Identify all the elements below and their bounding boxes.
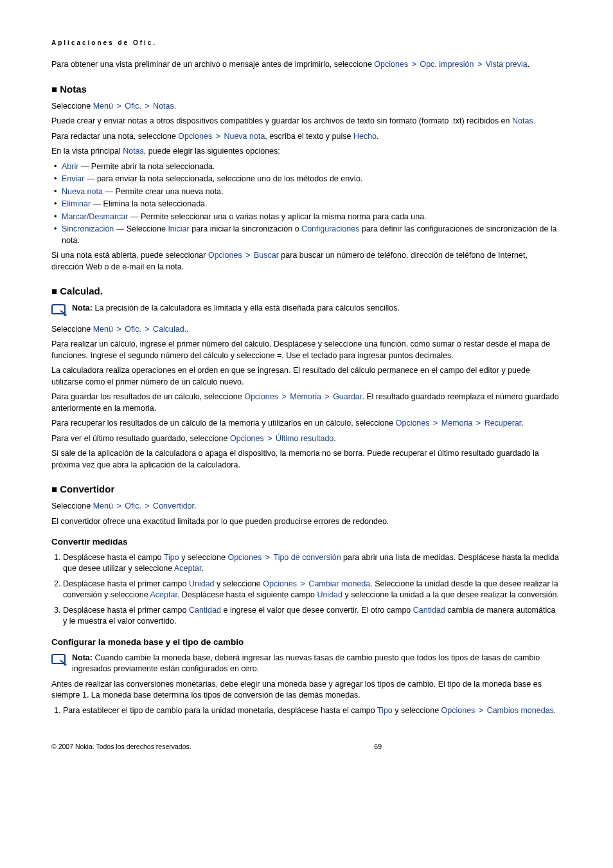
chevron-right-icon: >	[143, 502, 152, 511]
link-iniciar[interactable]: Iniciar	[168, 224, 189, 233]
link-ofic[interactable]: Ofic.	[125, 325, 141, 334]
text: y seleccione la unidad a la que desee re…	[342, 590, 559, 599]
link-opciones[interactable]: Opciones	[244, 392, 278, 401]
option-key[interactable]: Sincronización	[62, 224, 114, 233]
link-aceptar[interactable]: Aceptar	[150, 590, 177, 599]
link-tipo-conversion[interactable]: Tipo de conversión	[273, 553, 341, 562]
link-convertidor[interactable]: Convertidor	[153, 502, 194, 511]
text: , puede elegir las siguientes opciones:	[144, 147, 280, 156]
option-key[interactable]: Nueva nota	[62, 187, 103, 196]
heading-convertidor: Convertidor	[51, 482, 562, 496]
link-hecho[interactable]: Hecho	[353, 132, 377, 141]
text: Seleccione	[51, 325, 93, 334]
notas-p2: Puede crear y enviar notas a otros dispo…	[51, 116, 562, 127]
link-menu[interactable]: Menú	[93, 502, 113, 511]
link-aceptar[interactable]: Aceptar	[174, 564, 201, 573]
text: .	[174, 102, 176, 111]
link-cantidad[interactable]: Cantidad	[413, 606, 445, 615]
note-text: La precisión de la calculadora es limita…	[93, 303, 400, 312]
link-calculad[interactable]: Calculad.	[153, 325, 186, 334]
option-key[interactable]: Marcar/Desmarcar	[62, 212, 129, 221]
chevron-right-icon: >	[280, 392, 289, 401]
step-item: Desplácese hasta el campo Tipo y selecci…	[63, 552, 562, 575]
chevron-right-icon: >	[474, 419, 483, 428]
text: Para obtener una vista preliminar de un …	[51, 60, 374, 69]
option-key[interactable]: Eliminar	[62, 199, 91, 208]
text: Desplácese hasta el primer campo	[63, 606, 189, 615]
text: .	[521, 419, 523, 428]
link-memoria[interactable]: Memoria	[290, 392, 321, 401]
chevron-right-icon: >	[244, 251, 253, 260]
option-key[interactable]: Enviar	[62, 174, 84, 183]
note-text: Cuando cambie la moneda base, deberá ing…	[72, 653, 540, 674]
link-opciones[interactable]: Opciones	[227, 553, 262, 562]
link-ofic[interactable]: Ofic.	[125, 502, 141, 511]
text: .	[194, 502, 196, 511]
link-ultimo-resultado[interactable]: Último resultado	[276, 434, 333, 443]
link-menu[interactable]: Menú	[93, 325, 113, 334]
link-unidad[interactable]: Unidad	[317, 590, 342, 599]
note-label: Nota:	[72, 653, 93, 662]
calc-p1: Para realizar un cálculo, ingrese el pri…	[51, 339, 562, 361]
chevron-right-icon: >	[263, 553, 272, 562]
list-item: Enviar — para enviar la nota seleccionad…	[54, 174, 562, 185]
link-ofic[interactable]: Ofic.	[125, 102, 141, 111]
link-tipo[interactable]: Tipo	[164, 553, 179, 562]
chevron-right-icon: >	[213, 132, 222, 141]
copyright: © 2007 Nokia. Todos los derechos reserva…	[51, 742, 191, 752]
note-icon	[51, 653, 68, 670]
option-text: — Permite seleccionar una o varias notas…	[129, 212, 427, 221]
text: .	[377, 132, 378, 141]
link-unidad[interactable]: Unidad	[189, 579, 215, 588]
text: y seleccione	[215, 579, 263, 588]
text: Para redactar una nota, seleccione	[51, 132, 178, 141]
calc-p2: La calculadora realiza operaciones en el…	[51, 365, 562, 388]
link-cantidad[interactable]: Cantidad	[189, 606, 221, 615]
text: e ingrese el valor que desee convertir. …	[221, 606, 413, 615]
list-item: Nueva nota — Permite crear una nueva not…	[54, 186, 562, 198]
chevron-right-icon: >	[476, 706, 485, 715]
conv-p2: Antes de realizar las conversiones monet…	[51, 679, 562, 701]
option-key[interactable]: Abrir	[62, 162, 78, 171]
text: .	[554, 706, 556, 715]
link-opciones[interactable]: Opciones	[441, 706, 475, 715]
link-menu[interactable]: Menú	[93, 102, 113, 111]
link-configuraciones[interactable]: Configuraciones	[301, 224, 359, 233]
chevron-right-icon: >	[431, 419, 440, 428]
link-tipo[interactable]: Tipo	[377, 706, 393, 715]
text: , escriba el texto y pulse	[265, 132, 353, 141]
link-notas-inline[interactable]: Notas	[123, 147, 144, 156]
link-notas[interactable]: Notas	[153, 102, 174, 111]
link-cambiar-moneda[interactable]: Cambiar moneda	[308, 579, 370, 588]
text: Si una nota está abierta, puede seleccio…	[51, 251, 208, 260]
calc-p4: Para recuperar los resultados de un cálc…	[51, 418, 562, 429]
step-item: Desplácese hasta el primer campo Unidad …	[63, 579, 562, 601]
notas-p4: En la vista principal Notas, puede elegi…	[51, 146, 562, 158]
list-item: Eliminar — Elimina la nota seleccionada.	[54, 199, 562, 210]
option-text: — para enviar la nota seleccionada, sele…	[84, 174, 362, 183]
note-body: Nota: La precisión de la calculadora es …	[72, 303, 562, 314]
link-opciones[interactable]: Opciones	[263, 579, 297, 588]
link-opciones[interactable]: Opciones	[208, 251, 242, 260]
link-opciones[interactable]: Opciones	[230, 434, 264, 443]
link-opciones[interactable]: Opciones	[178, 132, 212, 141]
link-cambios-monedas[interactable]: Cambios monedas	[487, 706, 554, 715]
conv-select-path: Seleccione Menú > Ofic. > Convertidor.	[51, 501, 562, 512]
calc-p5: Para ver el último resultado guardado, s…	[51, 433, 562, 445]
link-memoria[interactable]: Memoria	[441, 419, 473, 428]
link-vista-previa[interactable]: Vista previa	[486, 60, 528, 69]
option-text: — Permite crear una nueva nota.	[103, 187, 224, 196]
link-opciones[interactable]: Opciones	[396, 419, 430, 428]
link-notas-inline[interactable]: Notas.	[512, 116, 535, 125]
link-buscar[interactable]: Buscar	[254, 251, 279, 260]
calc-p3: Para guardar los resultados de un cálcul…	[51, 392, 562, 414]
chevron-right-icon: >	[114, 102, 123, 111]
footer: © 2007 Nokia. Todos los derechos reserva…	[51, 742, 562, 752]
link-opciones[interactable]: Opciones	[374, 60, 408, 69]
link-guardar[interactable]: Guardar	[333, 392, 362, 401]
heading-notas: Notas	[51, 82, 562, 96]
link-recuperar[interactable]: Recuperar	[484, 419, 522, 428]
link-opc-impresion[interactable]: Opc. impresión	[420, 60, 474, 69]
text: Puede crear y enviar notas a otros dispo…	[51, 116, 512, 125]
link-nueva-nota[interactable]: Nueva nota	[224, 132, 265, 141]
